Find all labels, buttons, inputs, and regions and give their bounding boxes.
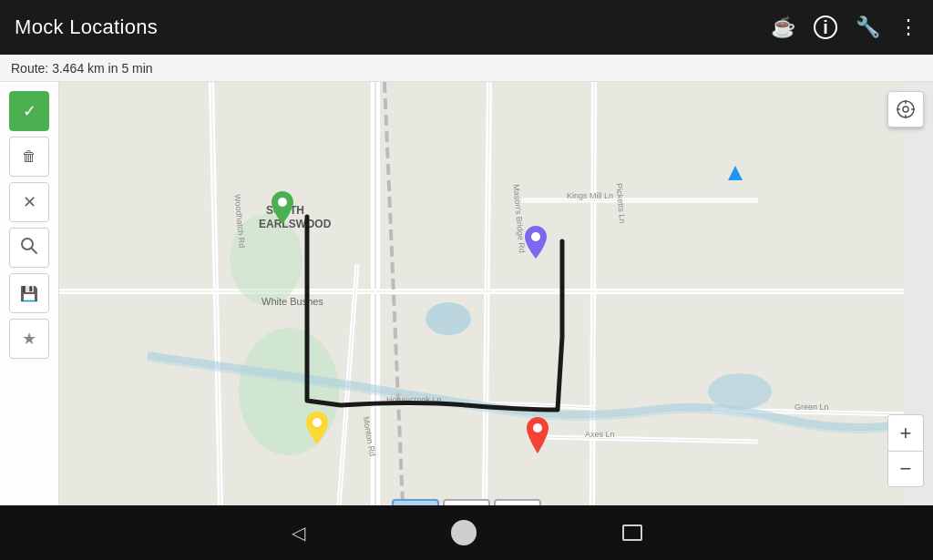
green-pin[interactable]	[272, 191, 293, 228]
recents-button[interactable]	[622, 524, 642, 541]
zoom-out-button[interactable]: −	[887, 451, 924, 487]
save-button[interactable]: 💾	[9, 273, 49, 313]
zoom-controls: + −	[887, 414, 924, 487]
svg-text:Kings Mill Ln: Kings Mill Ln	[567, 191, 613, 200]
top-bar: Mock Locations ☕ i 🔧 ⋮	[0, 0, 933, 55]
search-icon	[20, 237, 38, 260]
zoom-out-icon: −	[900, 457, 912, 481]
wrench-icon[interactable]: 🔧	[856, 15, 880, 39]
more-icon[interactable]: ⋮	[898, 15, 918, 39]
favorites-button[interactable]: ★	[9, 319, 49, 359]
svg-point-37	[278, 198, 287, 207]
svg-point-22	[708, 373, 772, 410]
red-pin[interactable]	[527, 417, 549, 457]
svg-point-40	[533, 423, 542, 433]
right-controls	[887, 91, 924, 127]
system-bar: ◁ ○	[0, 505, 933, 560]
svg-text:Axes Ln: Axes Ln	[585, 430, 615, 439]
gps-icon	[896, 99, 916, 119]
check-icon: ✓	[23, 101, 36, 121]
close-icon: ✕	[23, 192, 36, 212]
back-button[interactable]: ◁	[292, 522, 305, 544]
svg-point-41	[22, 239, 33, 249]
zoom-in-icon: +	[900, 422, 912, 445]
app-title: Mock Locations	[15, 15, 158, 39]
left-toolbar: ✓ 🗑 ✕ 💾 ★	[0, 82, 59, 505]
map-area[interactable]: SOUTH EARLSWOOD White Bushes Salfords Wo…	[0, 82, 933, 505]
svg-point-21	[425, 302, 471, 335]
search-button[interactable]	[9, 228, 49, 268]
svg-text:White Bushes: White Bushes	[261, 296, 323, 307]
purple-pin[interactable]	[525, 226, 547, 262]
gps-button[interactable]	[887, 91, 924, 127]
route-text: Route: 3.464 km in 5 min	[11, 61, 153, 76]
delete-button[interactable]: 🗑	[9, 137, 49, 177]
yellow-pin[interactable]	[306, 412, 328, 448]
svg-text:EARLSWOOD: EARLSWOOD	[259, 218, 332, 230]
info-icon[interactable]: i	[814, 15, 837, 39]
save-icon: 💾	[20, 285, 38, 302]
svg-line-42	[32, 249, 36, 253]
home-button[interactable]: ○	[451, 520, 477, 545]
map-background: SOUTH EARLSWOOD White Bushes Salfords Wo…	[0, 82, 933, 505]
svg-point-39	[313, 418, 322, 427]
coffee-icon[interactable]: ☕	[771, 15, 795, 39]
check-button[interactable]: ✓	[9, 91, 49, 131]
svg-point-44	[903, 107, 908, 112]
svg-text:Green Ln: Green Ln	[795, 402, 829, 412]
trash-icon: 🗑	[22, 148, 36, 165]
svg-point-38	[531, 232, 540, 241]
top-actions: ☕ i 🔧 ⋮	[771, 15, 918, 39]
zoom-in-button[interactable]: +	[887, 414, 924, 451]
star-icon: ★	[22, 329, 36, 349]
clear-button[interactable]: ✕	[9, 182, 49, 222]
route-bar: Route: 3.464 km in 5 min	[0, 55, 933, 82]
